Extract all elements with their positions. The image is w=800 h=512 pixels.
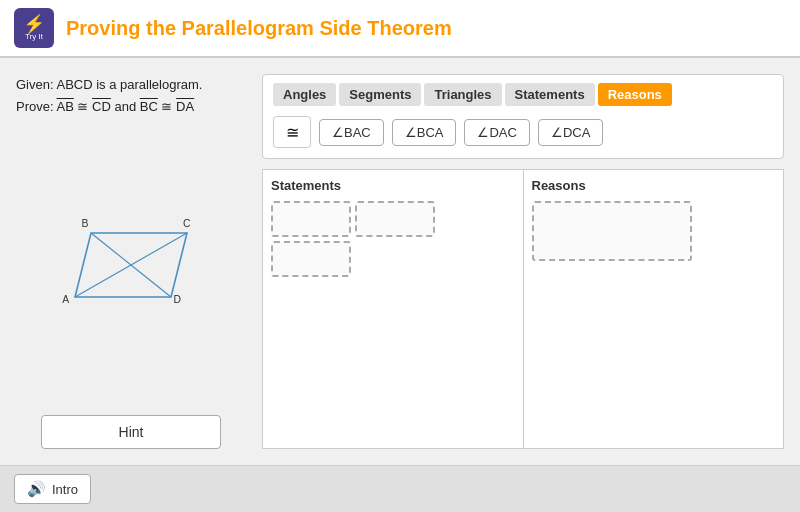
tab-segments[interactable]: Segments bbox=[339, 83, 421, 106]
reasons-drop-area bbox=[532, 201, 776, 261]
try-it-label: Try It bbox=[25, 33, 43, 41]
reasons-header: Reasons bbox=[532, 178, 776, 193]
main-content: Given: ABCD is a parallelogram. Prove: A… bbox=[0, 58, 800, 465]
given-line2: Prove: AB ≅ CD and BC ≅ DA bbox=[16, 96, 246, 118]
footer: 🔊 Intro bbox=[0, 465, 800, 512]
congruent-symbol-box[interactable]: ≅ bbox=[273, 116, 311, 148]
given-line1: Given: ABCD is a parallelogram. bbox=[16, 74, 246, 96]
and-label: and bbox=[114, 99, 136, 114]
reason-drop-1[interactable] bbox=[532, 201, 692, 261]
lightning-icon: ⚡ bbox=[23, 15, 45, 33]
cd-label: CD bbox=[92, 99, 111, 114]
given-text: Given: ABCD is a parallelogram. Prove: A… bbox=[16, 74, 246, 118]
congruent2: ≅ bbox=[161, 99, 172, 114]
tabs-row: Angles Segments Triangles Statements Rea… bbox=[273, 83, 773, 106]
right-panel: Angles Segments Triangles Statements Rea… bbox=[262, 74, 784, 449]
angle-bca-btn[interactable]: ∠BCA bbox=[392, 119, 457, 146]
angle-bac-btn[interactable]: ∠BAC bbox=[319, 119, 384, 146]
hint-button[interactable]: Hint bbox=[41, 415, 221, 449]
vertex-d-label: D bbox=[173, 294, 181, 305]
reasons-column: Reasons bbox=[524, 170, 784, 448]
prove-prefix: Prove: bbox=[16, 99, 56, 114]
try-it-icon: ⚡ Try It bbox=[14, 8, 54, 48]
ab-label: AB bbox=[56, 99, 73, 114]
congruent1: ≅ bbox=[77, 99, 88, 114]
vertex-b-label: B bbox=[81, 217, 88, 228]
angles-row: ≅ ∠BAC ∠BCA ∠DAC ∠DCA bbox=[273, 116, 773, 148]
diagonal-bd bbox=[91, 233, 171, 297]
statements-header: Statements bbox=[271, 178, 515, 193]
da-label: DA bbox=[176, 99, 194, 114]
statements-drop-area bbox=[271, 201, 515, 277]
intro-button[interactable]: 🔊 Intro bbox=[14, 474, 91, 504]
tab-angles[interactable]: Angles bbox=[273, 83, 336, 106]
proof-section: Statements Reasons bbox=[262, 169, 784, 449]
tab-reasons[interactable]: Reasons bbox=[598, 83, 672, 106]
page-title: Proving the Parallelogram Side Theorem bbox=[66, 17, 452, 40]
tab-triangles[interactable]: Triangles bbox=[424, 83, 501, 106]
left-panel: Given: ABCD is a parallelogram. Prove: A… bbox=[16, 74, 246, 449]
vertex-c-label: C bbox=[183, 217, 191, 228]
intro-label: Intro bbox=[52, 482, 78, 497]
statement-drop-1[interactable] bbox=[271, 201, 351, 237]
statements-column: Statements bbox=[263, 170, 524, 448]
angle-dac-btn[interactable]: ∠DAC bbox=[464, 119, 529, 146]
statement-drop-2[interactable] bbox=[355, 201, 435, 237]
angle-dca-btn[interactable]: ∠DCA bbox=[538, 119, 603, 146]
header: ⚡ Try It Proving the Parallelogram Side … bbox=[0, 0, 800, 58]
bc-label: BC bbox=[140, 99, 158, 114]
tab-statements[interactable]: Statements bbox=[505, 83, 595, 106]
speaker-icon: 🔊 bbox=[27, 480, 46, 498]
statement-drop-3[interactable] bbox=[271, 241, 351, 277]
tabs-section: Angles Segments Triangles Statements Rea… bbox=[262, 74, 784, 159]
diagram-container: A B C D bbox=[16, 128, 246, 405]
vertex-a-label: A bbox=[62, 294, 69, 305]
parallelogram-diagram: A B C D bbox=[51, 197, 211, 337]
